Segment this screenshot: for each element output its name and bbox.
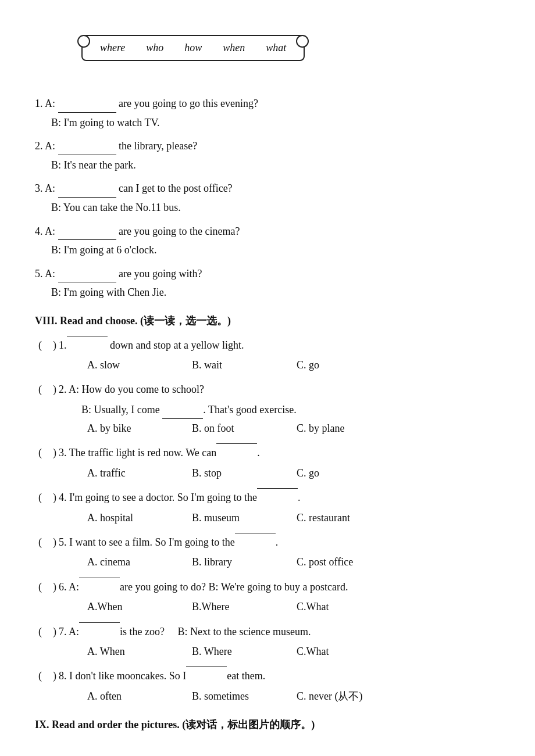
- rc-q8: ( ) 8. I don't like mooncakes. So I eat …: [35, 667, 500, 705]
- rc-q3-blank: [216, 443, 257, 444]
- section-ix-header: IX. Read and order the pictures. (读对话，标出…: [35, 716, 500, 734]
- rc-q6-before: 6. A:: [59, 578, 79, 596]
- q3-btext: B: You can take the No.11 bus.: [51, 202, 181, 213]
- rc-q5-text: 5. I want to see a film. So I'm going to…: [59, 533, 235, 551]
- fill-q4: 4. A: are you going to the cinema? B: I'…: [35, 223, 500, 259]
- rc-q5: ( ) 5. I want to see a film. So I'm goin…: [35, 533, 500, 572]
- rc-q1-opt-c: C. go: [297, 356, 401, 374]
- q4-btext: B: I'm going at 6 o'clock.: [51, 244, 156, 256]
- q1-num: 1. A:: [35, 98, 58, 109]
- rc-q1-blank: [67, 336, 108, 336]
- rc-q6: ( ) 6. A: are you going to do? B: We're …: [35, 578, 500, 617]
- rc-q2: ( ) 2. A: How do you come to school? B: …: [35, 380, 500, 438]
- rc-q4: ( ) 4. I'm going to see a doctor. So I'm…: [35, 488, 500, 527]
- rc-q1: ( ) 1. down and stop at a yellow light. …: [35, 336, 500, 375]
- rc-q8-options: A. often B. sometimes C. never (从不): [35, 687, 500, 705]
- rc-q7-options: A. When B. Where C.What: [35, 642, 500, 661]
- rc-q6-options: A.When B.Where C.What: [35, 597, 500, 616]
- rc-q3-opt-b: B. stop: [192, 464, 297, 482]
- rc-q1-text: down and stop at a yellow light.: [108, 336, 244, 354]
- rc-q7-opt-a: A. When: [87, 642, 192, 661]
- rc-q2-opt-b: B. on foot: [192, 419, 297, 438]
- q3-blank: [58, 197, 116, 198]
- rc-q3: ( ) 3. The traffic light is red now. We …: [35, 443, 500, 482]
- rc-q4-options: A. hospital B. museum C. restaurant: [35, 508, 500, 527]
- rc-q4-opt-a: A. hospital: [87, 508, 192, 527]
- rc-q6-blank: [79, 578, 120, 578]
- rc-q5-opt-a: A. cinema: [87, 553, 192, 571]
- rc-q6-opt-a: A.When: [87, 597, 192, 616]
- q5-atext: are you going with?: [116, 268, 202, 280]
- rc-q7: ( ) 7. A: is the zoo? B: Next to the sci…: [35, 622, 500, 661]
- rc-q5-opt-c: C. post office: [297, 553, 401, 571]
- rc-q3-opt-c: C. go: [297, 464, 401, 482]
- rc-q7-after: is the zoo? B: Next to the science museu…: [120, 622, 311, 641]
- fill-q5: 5. A: are you going with? B: I'm going w…: [35, 265, 500, 302]
- q2-atext: the library, please?: [116, 140, 198, 152]
- rc-q1-paren: (: [35, 336, 45, 354]
- q3-num: 3. A:: [35, 182, 58, 194]
- rc-q8-opt-a: A. often: [87, 687, 192, 705]
- fill-section: 1. A: are you going to go this evening? …: [35, 95, 500, 302]
- rc-q8-opt-b: B. sometimes: [192, 687, 297, 705]
- rc-q7-opt-c: C.What: [297, 642, 401, 661]
- word-box: where who how when what: [81, 35, 305, 61]
- fill-q1: 1. A: are you going to go this evening? …: [35, 95, 500, 131]
- fill-q2: 2. A: the library, please? B: It's near …: [35, 137, 500, 174]
- q1-atext: are you going to go this evening?: [116, 98, 258, 109]
- q5-num: 5. A:: [35, 268, 58, 280]
- q5-blank: [58, 282, 116, 282]
- rc-q4-opt-c: C. restaurant: [297, 508, 401, 527]
- q5-btext: B: I'm going with Chen Jie.: [51, 286, 166, 298]
- fill-q3: 3. A: can I get to the post office? B: Y…: [35, 180, 500, 216]
- word-what: what: [266, 42, 286, 54]
- rc-q3-options: A. traffic B. stop C. go: [35, 464, 500, 482]
- rc-q5-options: A. cinema B. library C. post office: [35, 553, 500, 571]
- rc-q1-opt-a: A. slow: [87, 356, 192, 374]
- q3-atext: can I get to the post office?: [116, 182, 233, 194]
- rc-q2-b-before: B: Usually, I come: [81, 404, 162, 415]
- rc-q8-opt-c: C. never (从不): [297, 687, 401, 705]
- q2-blank: [58, 155, 116, 155]
- rc-q7-blank: [79, 622, 120, 623]
- word-where: where: [100, 42, 125, 54]
- rc-q3-opt-a: A. traffic: [87, 464, 192, 482]
- rc-q4-opt-b: B. museum: [192, 508, 297, 527]
- rc-q7-before: 7. A:: [59, 622, 79, 641]
- q2-btext: B: It's near the park.: [51, 159, 136, 171]
- rc-q2-opt-c: C. by plane: [297, 419, 401, 438]
- rc-q2-b-after: . That's good exercise.: [203, 404, 296, 415]
- rc-q1-options: A. slow B. wait C. go: [35, 356, 500, 374]
- rc-q5-blank: [235, 533, 276, 533]
- rc-q2-opt-a: A. by bike: [87, 419, 192, 438]
- rc-q8-blank: [186, 667, 227, 667]
- rc-q5-opt-b: B. library: [192, 553, 297, 571]
- rc-q6-opt-b: B.Where: [192, 597, 297, 616]
- rc-q8-after: eat them.: [227, 667, 265, 685]
- section-viii-header: VIII. Read and choose. (读一读，选一选。): [35, 312, 500, 330]
- rc-q4-blank: [257, 488, 298, 489]
- rc-q6-opt-c: C.What: [297, 597, 401, 616]
- rc-q7-opt-b: B. Where: [192, 642, 297, 661]
- word-who: who: [146, 42, 163, 54]
- rc-q8-before: 8. I don't like mooncakes. So I: [59, 667, 186, 685]
- word-when: when: [223, 42, 245, 54]
- rc-q1-opt-b: B. wait: [192, 356, 297, 374]
- q1-btext: B: I'm going to watch TV.: [51, 117, 160, 128]
- rc-q4-text: 4. I'm going to see a doctor. So I'm goi…: [59, 488, 257, 507]
- q4-num: 4. A:: [35, 225, 58, 237]
- rc-q3-text: 3. The traffic light is red now. We can: [59, 443, 216, 462]
- rc-q6-after: are you going to do? B: We're going to b…: [120, 578, 348, 596]
- q4-blank: [58, 239, 116, 240]
- rc-q1-num: 1.: [59, 336, 67, 354]
- rc-q2-num: 2. A: How do you come to school?: [59, 380, 204, 399]
- q4-atext: are you going to the cinema?: [116, 225, 240, 237]
- word-how: how: [184, 42, 202, 54]
- q1-blank: [58, 112, 116, 113]
- q2-num: 2. A:: [35, 140, 58, 152]
- rc-q2-options: A. by bike B. on foot C. by plane: [35, 419, 500, 438]
